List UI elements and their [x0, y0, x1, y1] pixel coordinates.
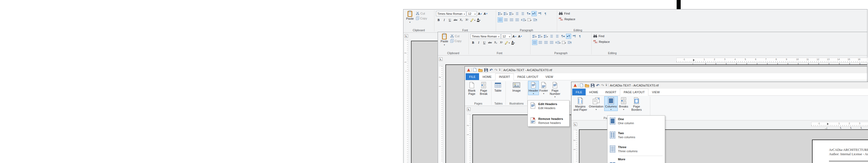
- font-color-button[interactable]: A: [510, 40, 516, 45]
- font-family-combo[interactable]: Times New Roman: [470, 34, 501, 39]
- paragraph-settings-button[interactable]: ¶: [533, 17, 538, 22]
- ltr-paragraph-button[interactable]: ¶◂: [560, 34, 565, 39]
- horizontal-ruler[interactable]: -11234567891011121314151617: [676, 58, 867, 62]
- page-borders-button[interactable]: Page Borders: [629, 96, 644, 112]
- show-formatting-button[interactable]: ¶: [543, 11, 548, 16]
- header-button[interactable]: Header: [528, 81, 539, 95]
- paste-button[interactable]: Paste: [405, 10, 415, 28]
- tab-stop-icon[interactable]: L: [861, 127, 862, 129]
- justify-button[interactable]: [549, 40, 554, 45]
- rtl-paragraph-button[interactable]: ▸¶: [532, 11, 537, 16]
- first-line-indent-marker[interactable]: [693, 59, 695, 61]
- vertical-ruler[interactable]: 2 1 ↓: [405, 40, 408, 163]
- quote-paragraph-button[interactable]: ❝¶: [572, 34, 577, 39]
- subscript-button[interactable]: X₂: [459, 17, 464, 22]
- borders-button[interactable]: [561, 40, 566, 45]
- subscript-button[interactable]: X₂: [493, 40, 498, 45]
- italic-button[interactable]: I: [442, 17, 447, 22]
- ruler-origin-button[interactable]: L: [467, 108, 470, 111]
- font-size-combo[interactable]: 12: [501, 34, 512, 39]
- save-icon[interactable]: [484, 68, 488, 72]
- save-icon[interactable]: [591, 83, 594, 87]
- shrink-font-button[interactable]: A▼: [518, 34, 523, 39]
- underline-button[interactable]: U: [482, 40, 487, 45]
- decrease-indent-button[interactable]: [549, 34, 554, 39]
- tab-home[interactable]: HOME: [586, 89, 602, 96]
- bold-button[interactable]: B: [436, 17, 441, 22]
- tab-page-layout[interactable]: PAGE LAYOUT: [620, 89, 648, 96]
- superscript-button[interactable]: X²: [499, 40, 504, 45]
- customize-toolbar-icon[interactable]: ▾: [606, 84, 607, 86]
- tab-insert[interactable]: INSERT: [602, 89, 620, 96]
- grow-font-button[interactable]: A▲: [477, 11, 483, 16]
- menu-item-one-column[interactable]: One One column: [608, 115, 665, 127]
- orientation-button[interactable]: Orientation: [588, 96, 604, 111]
- footer-button[interactable]: Footer: [539, 81, 549, 95]
- vertical-ruler[interactable]: 2 1: [574, 130, 577, 163]
- paste-button[interactable]: Paste: [439, 33, 449, 51]
- margins-and-paper-button[interactable]: Margins and Paper: [572, 96, 588, 112]
- shrink-font-button[interactable]: A▼: [483, 11, 488, 16]
- menu-item-three-columns[interactable]: Three Three columns: [608, 144, 665, 155]
- align-right-button[interactable]: [509, 17, 514, 22]
- open-folder-icon[interactable]: [478, 68, 483, 72]
- tab-stop-icon[interactable]: L: [850, 127, 851, 129]
- margin-arrow-icon[interactable]: ↓: [405, 70, 407, 72]
- image-button[interactable]: Image: [510, 81, 523, 92]
- multilevel-list-button[interactable]: [544, 34, 549, 39]
- multilevel-list-button[interactable]: [509, 11, 514, 16]
- strikethrough-button[interactable]: abc: [488, 40, 493, 45]
- vertical-ruler[interactable]: 2 1: [439, 66, 442, 163]
- decrease-indent-button[interactable]: [515, 11, 520, 16]
- align-right-button[interactable]: [544, 40, 549, 45]
- bullet-list-button[interactable]: [532, 34, 537, 39]
- font-color-button[interactable]: A: [476, 17, 481, 22]
- tab-view[interactable]: VIEW: [648, 89, 663, 96]
- increase-indent-button[interactable]: [520, 11, 525, 16]
- align-center-button[interactable]: [538, 40, 543, 45]
- font-size-combo[interactable]: 12: [467, 11, 477, 16]
- numbered-list-button[interactable]: [538, 34, 543, 39]
- justify-button[interactable]: [515, 17, 520, 22]
- menu-item-remove-headers[interactable]: Remove headers Remove headers: [528, 115, 569, 126]
- open-folder-icon[interactable]: [585, 83, 589, 87]
- ruler-origin-button[interactable]: L: [439, 57, 442, 61]
- paragraph-settings-button[interactable]: ¶: [567, 40, 572, 45]
- superscript-button[interactable]: X²: [464, 17, 469, 22]
- find-button[interactable]: Find: [559, 11, 575, 16]
- copy-button[interactable]: Copy: [416, 16, 427, 20]
- italic-button[interactable]: I: [476, 40, 481, 45]
- cut-button[interactable]: Cut: [450, 34, 462, 38]
- bullet-list-button[interactable]: [498, 11, 503, 16]
- ltr-paragraph-button[interactable]: ¶◂: [526, 11, 531, 16]
- menu-item-two-columns[interactable]: Two Two columns: [608, 130, 665, 141]
- customize-toolbar-icon[interactable]: ▾: [499, 69, 500, 71]
- columns-button[interactable]: Columns: [604, 96, 618, 111]
- tab-file[interactable]: FILE: [466, 73, 479, 80]
- show-formatting-button[interactable]: ¶: [577, 34, 583, 39]
- horizontal-ruler[interactable]: -1123: [811, 122, 868, 126]
- font-family-combo[interactable]: Times New Roman: [436, 11, 466, 16]
- tab-home[interactable]: HOME: [479, 73, 495, 80]
- redo-icon[interactable]: ↷: [494, 68, 498, 72]
- tab-file[interactable]: FILE: [572, 89, 586, 96]
- new-document-icon[interactable]: [580, 83, 583, 87]
- highlight-color-button[interactable]: [504, 40, 510, 45]
- ruler-origin-button[interactable]: L: [574, 123, 577, 126]
- increase-indent-button[interactable]: [555, 34, 560, 39]
- breaks-button[interactable]: Breaks: [618, 96, 629, 111]
- copy-button[interactable]: Copy: [450, 39, 462, 43]
- undo-icon[interactable]: ↶: [596, 83, 599, 87]
- table-button[interactable]: Table: [492, 81, 504, 92]
- replace-button[interactable]: AB →AC Replace: [559, 17, 575, 21]
- cut-button[interactable]: Cut: [416, 11, 427, 16]
- menu-item-more-columns[interactable]: More: [608, 157, 665, 163]
- page-number-button[interactable]: Page Number: [549, 81, 561, 98]
- grow-font-button[interactable]: A▲: [512, 34, 517, 39]
- page-break-button[interactable]: Page Break: [478, 81, 490, 96]
- tab-page-layout[interactable]: PAGE LAYOUT: [514, 73, 542, 80]
- find-button[interactable]: Find: [593, 34, 610, 38]
- underline-button[interactable]: U: [447, 17, 453, 22]
- title-bar[interactable]: ↶ ↷ ▾ ArCADia-TEXT - ArCADiaTEXT0.rtf: [571, 82, 868, 89]
- bold-button[interactable]: B: [470, 40, 475, 45]
